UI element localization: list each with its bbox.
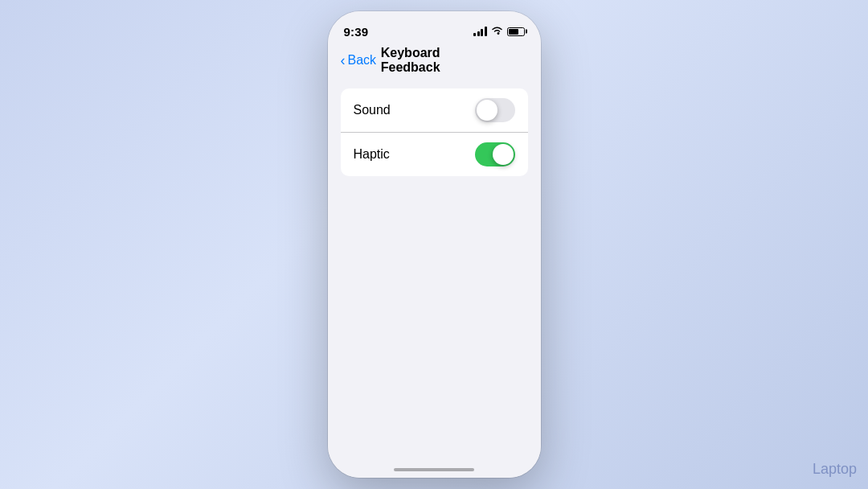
home-bar <box>394 468 474 471</box>
home-indicator <box>328 450 541 478</box>
haptic-toggle-knob <box>493 144 514 165</box>
haptic-label: Haptic <box>354 147 390 162</box>
content-area: Sound Haptic <box>328 76 541 450</box>
back-button[interactable]: ‹ Back <box>341 53 377 68</box>
back-label: Back <box>348 53 377 68</box>
battery-icon <box>507 27 525 36</box>
haptic-row: Haptic <box>341 133 528 176</box>
settings-group: Sound Haptic <box>341 88 528 176</box>
page-title: Keyboard Feedback <box>381 46 488 75</box>
signal-icon <box>473 27 487 36</box>
watermark: Laptop <box>813 461 857 478</box>
status-time: 9:39 <box>344 25 369 39</box>
phone-frame: 9:39 <box>328 11 541 478</box>
back-chevron-icon: ‹ <box>341 53 346 68</box>
status-icons <box>473 26 525 38</box>
sound-toggle[interactable] <box>475 98 515 122</box>
status-bar: 9:39 <box>328 11 541 47</box>
sound-toggle-knob <box>477 100 497 121</box>
sound-row: Sound <box>341 88 528 133</box>
sound-label: Sound <box>354 103 391 117</box>
nav-bar: ‹ Back Keyboard Feedback <box>328 47 541 76</box>
haptic-toggle[interactable] <box>475 142 515 166</box>
wifi-icon <box>491 26 503 38</box>
